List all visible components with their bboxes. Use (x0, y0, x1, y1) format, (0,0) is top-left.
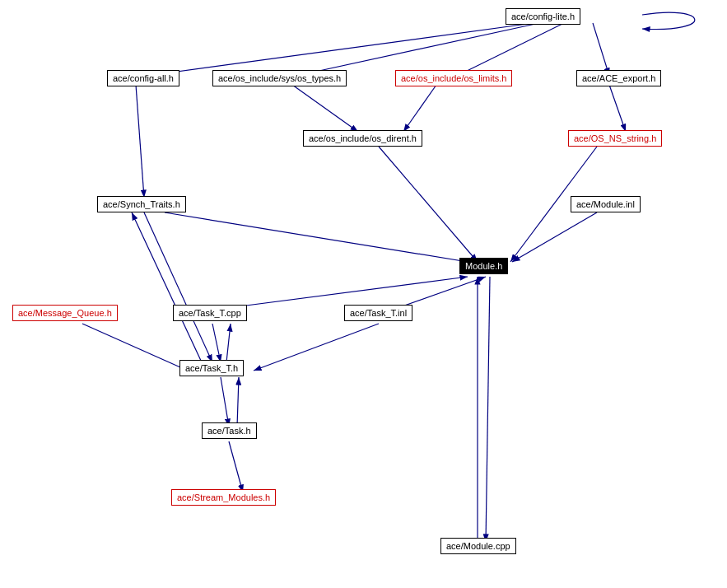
node-label: ace/os_include/os_limits.h (401, 73, 506, 83)
svg-line-17 (254, 324, 379, 371)
node-stream-modules[interactable]: ace/Stream_Modules.h (171, 489, 276, 506)
node-label: Module.h (465, 261, 502, 271)
svg-line-21 (237, 377, 239, 427)
svg-line-2 (457, 23, 564, 76)
node-label: ace/Task.h (207, 426, 251, 436)
node-module-inl[interactable]: ace/Module.inl (571, 196, 641, 212)
svg-line-13 (132, 212, 202, 362)
node-label: ace/Message_Queue.h (18, 308, 112, 318)
node-config-all[interactable]: ace/config-all.h (107, 70, 179, 86)
node-config-lite[interactable]: ace/config-lite.h (506, 8, 580, 25)
node-label: ace/Module.inl (576, 199, 635, 209)
svg-line-20 (221, 377, 229, 427)
diagram-container: ace/config-lite.h ace/config-all.h ace/o… (0, 0, 727, 588)
node-label: ace/os_include/sys/os_types.h (218, 73, 341, 83)
node-module-h[interactable]: Module.h (459, 258, 508, 274)
svg-line-0 (147, 23, 534, 76)
svg-line-22 (229, 441, 243, 492)
node-ace-export[interactable]: ace/ACE_export.h (576, 70, 661, 86)
svg-line-6 (403, 85, 436, 132)
node-label: ace/Task_T.cpp (179, 308, 241, 318)
svg-line-11 (165, 212, 468, 262)
node-task-h[interactable]: ace/Task.h (202, 422, 257, 439)
svg-line-4 (609, 85, 626, 132)
svg-line-5 (292, 85, 358, 132)
svg-line-3 (593, 23, 609, 76)
node-os-ns-string[interactable]: ace/OS_NS_string.h (568, 130, 662, 147)
node-label: ace/ACE_export.h (582, 73, 655, 83)
node-os-limits[interactable]: ace/os_include/os_limits.h (395, 70, 512, 86)
svg-line-15 (212, 324, 221, 362)
node-label: ace/config-lite.h (511, 12, 575, 21)
svg-line-16 (226, 324, 231, 362)
node-synch-traits[interactable]: ace/Synch_Traits.h (97, 196, 186, 212)
node-label: ace/Task_T.inl (350, 308, 407, 318)
node-label: ace/Synch_Traits.h (103, 199, 180, 209)
node-task-t-h[interactable]: ace/Task_T.h (179, 360, 244, 376)
node-label: ace/config-all.h (113, 73, 174, 83)
svg-line-1 (296, 23, 539, 76)
node-label: ace/os_include/os_dirent.h (309, 133, 417, 143)
node-module-cpp[interactable]: ace/Module.cpp (440, 538, 516, 554)
node-os-types[interactable]: ace/os_include/sys/os_types.h (212, 70, 347, 86)
node-task-t-cpp[interactable]: ace/Task_T.cpp (173, 305, 247, 321)
svg-line-12 (144, 212, 212, 362)
svg-line-23 (486, 277, 490, 542)
node-os-dirent[interactable]: ace/os_include/os_dirent.h (303, 130, 422, 147)
svg-line-10 (512, 212, 597, 262)
node-label: ace/Stream_Modules.h (177, 492, 270, 502)
svg-line-14 (82, 324, 188, 371)
node-message-queue[interactable]: ace/Message_Queue.h (12, 305, 118, 321)
node-label: ace/Task_T.h (185, 363, 238, 373)
node-label: ace/OS_NS_string.h (574, 133, 656, 143)
dependency-arrows (0, 0, 727, 588)
svg-line-8 (379, 147, 478, 262)
node-label: ace/Module.cpp (446, 541, 510, 551)
node-task-t-inl[interactable]: ace/Task_T.inl (344, 305, 412, 321)
svg-line-7 (136, 85, 144, 198)
